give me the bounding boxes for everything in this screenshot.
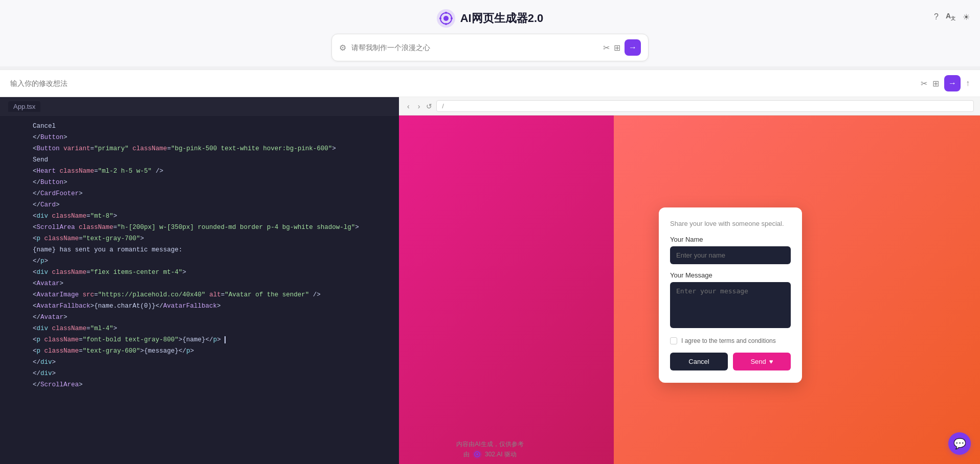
code-line: Cancel — [0, 121, 399, 132]
svg-point-3 — [445, 12, 447, 14]
prompt-send-button[interactable]: → — [625, 39, 641, 56]
footer: 内容由AI生成，仅供参考 由 302.AI 驱动 — [0, 440, 980, 459]
checkbox-row: I agree to the terms and conditions — [670, 337, 791, 344]
translate-icon[interactable]: A文 — [946, 12, 955, 22]
message-label: Your Message — [670, 271, 791, 279]
send-label: Send — [750, 358, 766, 365]
name-label: Your Name — [670, 236, 791, 243]
preview-content: Share your love with someone special. Yo… — [399, 115, 980, 464]
prompt-bar-wrapper: ⚙ ✂ ⊞ → — [0, 34, 980, 66]
code-line: </p> — [0, 256, 399, 267]
page-title: AI网页生成器2.0 — [460, 11, 544, 26]
url-bar[interactable]: / — [436, 100, 974, 112]
card-subtitle: Share your love with someone special. — [670, 220, 791, 227]
code-line: <ScrollArea className="h-[200px] w-[350p… — [0, 222, 399, 234]
forward-button[interactable]: › — [416, 101, 422, 111]
header-title-container: AI网页生成器2.0 — [437, 9, 544, 28]
settings-icon[interactable]: ⚙ — [339, 43, 346, 53]
code-line: </CardFooter> — [0, 189, 399, 200]
prompt-bar-actions: ✂ ⊞ → — [603, 39, 641, 56]
preview-panel: ‹ › ↺ / Share your love with someone spe… — [399, 97, 980, 464]
romantic-card: Share your love with someone special. Yo… — [659, 207, 802, 383]
code-line: <Avatar> — [0, 279, 399, 290]
romantic-page: Share your love with someone special. Yo… — [399, 115, 980, 464]
header-actions: ? A文 ☀ — [934, 12, 970, 22]
card-overlay: Share your love with someone special. Yo… — [399, 115, 980, 464]
code-line: </div> — [0, 368, 399, 380]
preview-toolbar: ‹ › ↺ / — [399, 97, 980, 115]
brand-logo-icon — [473, 450, 482, 459]
code-line: </Button> — [0, 177, 399, 189]
theme-icon[interactable]: ☀ — [963, 12, 970, 21]
code-line: </div> — [0, 357, 399, 368]
cancel-button[interactable]: Cancel — [670, 353, 728, 370]
chat-icon: 💬 — [953, 437, 966, 450]
ai-logo-icon — [437, 9, 455, 28]
header: AI网页生成器2.0 ? A文 ☀ — [0, 0, 980, 34]
image-upload-icon[interactable]: ⊞ — [614, 43, 620, 53]
brand-name: 302.AI 驱动 — [485, 450, 517, 459]
back-button[interactable]: ‹ — [405, 101, 412, 111]
footer-brand: 由 302.AI 驱动 — [0, 450, 980, 459]
footer-by: 由 — [463, 450, 470, 459]
svg-point-2 — [443, 16, 449, 21]
svg-point-9 — [476, 453, 478, 455]
code-line: <Button variant="primary" className="bg-… — [0, 144, 399, 155]
code-body: Cancel </Button> <Button variant="primar… — [0, 116, 399, 396]
footer-line1: 内容由AI生成，仅供参考 — [0, 440, 980, 449]
modify-bar-actions: ✂ ⊞ → ↑ — [921, 75, 970, 91]
modify-bar: ✂ ⊞ → ↑ — [0, 69, 980, 97]
code-line: <div className="flex items-center mt-4"> — [0, 267, 399, 279]
code-line: <div className="mt-8"> — [0, 211, 399, 222]
code-line: </Button> — [0, 132, 399, 144]
file-tab[interactable]: App.tsx — [8, 101, 40, 112]
terms-label: I agree to the terms and conditions — [681, 337, 776, 344]
name-input[interactable] — [670, 246, 791, 264]
code-panel-header: App.tsx — [0, 97, 399, 116]
heart-icon: ♥ — [769, 358, 773, 365]
prompt-input[interactable] — [351, 43, 598, 52]
prompt-bar: ⚙ ✂ ⊞ → — [331, 34, 649, 61]
chat-bubble[interactable]: 💬 — [948, 432, 971, 455]
code-line: </Card> — [0, 200, 399, 211]
code-line: <p className="font-bold text-gray-800">{… — [0, 335, 399, 346]
code-line: <Heart className="ml-2 h-5 w-5" /> — [0, 166, 399, 177]
code-line: {name} has sent you a romantic message: — [0, 245, 399, 256]
reload-button[interactable]: ↺ — [426, 102, 432, 110]
card-buttons: Cancel Send ♥ — [670, 353, 791, 370]
help-icon[interactable]: ? — [934, 12, 939, 21]
code-line: <AvatarImage src="https://placehold.co/4… — [0, 290, 399, 301]
terms-checkbox[interactable] — [670, 337, 677, 344]
main-content: App.tsx Cancel </Button> <Button variant… — [0, 97, 980, 464]
export-icon[interactable]: ↑ — [966, 79, 970, 88]
code-line: <p className="text-gray-600">{message}</… — [0, 346, 399, 357]
modify-send-button[interactable]: → — [944, 75, 961, 91]
modify-input[interactable] — [10, 79, 916, 87]
modify-image-icon[interactable]: ⊞ — [932, 79, 939, 88]
code-line: </ScrollArea> — [0, 380, 399, 391]
code-line: <AvatarFallback>{name.charAt(0)}</Avatar… — [0, 301, 399, 312]
send-button[interactable]: Send ♥ — [733, 353, 791, 370]
svg-point-4 — [445, 23, 447, 25]
code-line: </Avatar> — [0, 312, 399, 323]
svg-point-6 — [451, 17, 453, 19]
modify-magic-icon[interactable]: ✂ — [921, 79, 927, 88]
code-line: <div className="ml-4"> — [0, 323, 399, 335]
magic-wand-icon[interactable]: ✂ — [603, 43, 610, 53]
code-panel: App.tsx Cancel </Button> <Button variant… — [0, 97, 399, 464]
svg-point-5 — [439, 17, 441, 19]
code-line: Send — [0, 155, 399, 166]
message-textarea[interactable] — [670, 282, 791, 328]
code-line: <p className="text-gray-700"> — [0, 234, 399, 245]
